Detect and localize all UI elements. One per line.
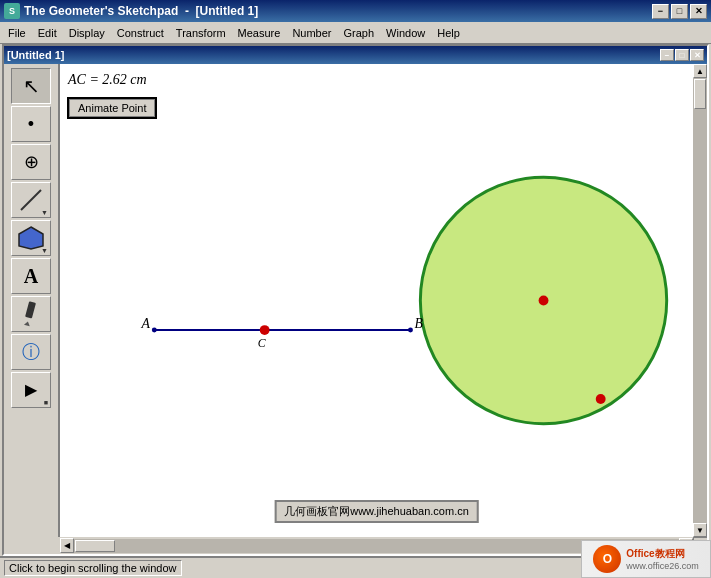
status-bar: Click to begin scrolling the window O Of… xyxy=(0,556,711,578)
menu-display[interactable]: Display xyxy=(63,23,111,43)
inner-minimize-button[interactable]: − xyxy=(660,49,674,61)
tool-info[interactable]: ⓘ xyxy=(11,334,51,370)
tool-select[interactable]: ↖ xyxy=(11,68,51,104)
canvas-area[interactable]: A C B AC = 2.62 cm Animate Point 几何画板官网w… xyxy=(60,64,693,537)
point-edge xyxy=(596,394,606,404)
tool-animation[interactable]: ▶ ■ xyxy=(11,372,51,408)
menu-measure[interactable]: Measure xyxy=(232,23,287,43)
animate-point-button[interactable]: Animate Point xyxy=(68,98,156,118)
inner-title-text: [Untitled 1] xyxy=(7,49,64,61)
menu-number[interactable]: Number xyxy=(286,23,337,43)
point-c xyxy=(260,325,270,335)
tool-text[interactable]: A xyxy=(11,258,51,294)
point-center xyxy=(539,296,549,306)
inner-close-button[interactable]: ✕ xyxy=(690,49,704,61)
office-logo: O Office教程网 www.office26.com xyxy=(581,540,711,578)
title-bar: S The Geometer's Sketchpad - [Untitled 1… xyxy=(0,0,711,22)
inner-maximize-button[interactable]: □ xyxy=(675,49,689,61)
svg-line-0 xyxy=(21,190,41,210)
measurement-display: AC = 2.62 cm xyxy=(68,72,147,88)
menu-construct[interactable]: Construct xyxy=(111,23,170,43)
office-icon: O xyxy=(593,545,621,573)
canvas-svg: A C B xyxy=(60,64,693,537)
minimize-button[interactable]: − xyxy=(652,4,669,19)
scroll-down-button[interactable]: ▼ xyxy=(693,523,707,537)
inner-window: [Untitled 1] − □ ✕ ↖ • ⊕ ▼ ▼ xyxy=(2,44,709,556)
app-icon: S xyxy=(4,3,20,19)
status-text: Click to begin scrolling the window xyxy=(4,560,182,576)
scroll-thumb-vertical[interactable] xyxy=(694,79,706,109)
svg-marker-3 xyxy=(24,321,31,326)
maximize-button[interactable]: □ xyxy=(671,4,688,19)
watermark-text: 几何画板官网www.jihehuaban.com.cn xyxy=(274,500,479,523)
tool-polygon[interactable]: ▼ xyxy=(11,220,51,256)
title-bar-text: The Geometer's Sketchpad - [Untitled 1] xyxy=(24,4,258,18)
scroll-thumb-horizontal[interactable] xyxy=(75,540,115,552)
scrollbar-vertical[interactable]: ▲ ▼ xyxy=(693,64,707,537)
scroll-up-button[interactable]: ▲ xyxy=(693,64,707,78)
title-bar-buttons: − □ ✕ xyxy=(652,4,707,19)
title-bar-left: S The Geometer's Sketchpad - [Untitled 1… xyxy=(4,3,258,19)
toolbar: ↖ • ⊕ ▼ ▼ A ⓘ xyxy=(4,64,60,537)
tool-straightedge[interactable]: ▼ xyxy=(11,182,51,218)
inner-title-bar: [Untitled 1] − □ ✕ xyxy=(4,46,707,64)
office-text-line2: www.office26.com xyxy=(626,561,698,571)
menu-help[interactable]: Help xyxy=(431,23,466,43)
svg-rect-2 xyxy=(25,301,36,318)
tool-compass[interactable]: ⊕ xyxy=(11,144,51,180)
point-b xyxy=(408,328,413,333)
menu-graph[interactable]: Graph xyxy=(338,23,381,43)
menu-file[interactable]: File xyxy=(2,23,32,43)
label-a: A xyxy=(140,316,150,331)
label-c: C xyxy=(258,336,266,350)
menu-window[interactable]: Window xyxy=(380,23,431,43)
menu-bar: File Edit Display Construct Transform Me… xyxy=(0,22,711,44)
close-button[interactable]: ✕ xyxy=(690,4,707,19)
label-b: B xyxy=(414,316,423,331)
office-text-block: Office教程网 www.office26.com xyxy=(626,547,698,571)
menu-transform[interactable]: Transform xyxy=(170,23,232,43)
tool-marker[interactable] xyxy=(11,296,51,332)
tool-point[interactable]: • xyxy=(11,106,51,142)
inner-title-buttons: − □ ✕ xyxy=(660,49,704,61)
scroll-track-vertical[interactable] xyxy=(693,78,707,523)
scroll-left-button[interactable]: ◀ xyxy=(60,538,74,553)
menu-edit[interactable]: Edit xyxy=(32,23,63,43)
office-text-line1: Office教程网 xyxy=(626,547,698,561)
svg-marker-1 xyxy=(19,227,43,249)
point-a xyxy=(152,328,157,333)
